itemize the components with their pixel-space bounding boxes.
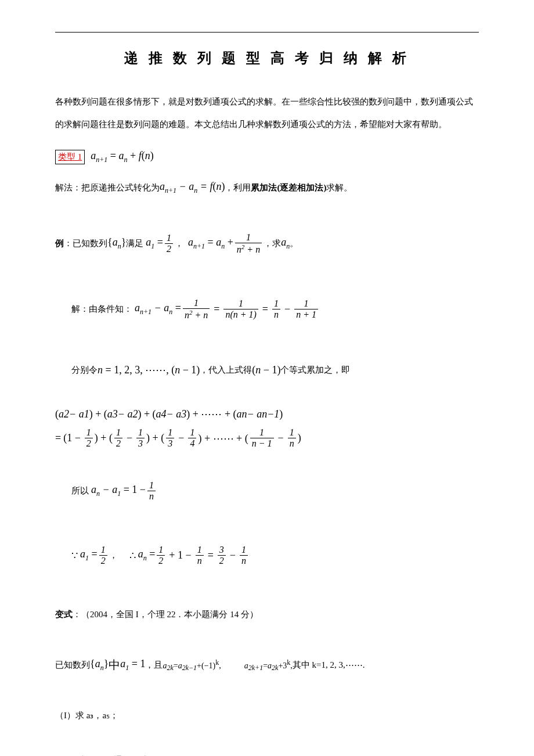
question-1: （I）求 a₃，a₅； bbox=[55, 710, 479, 721]
example-rec-frac: 1 n2 + n bbox=[235, 232, 262, 255]
method-line: 解法：把原递推公式转化为 an+1 − an = f(n) ，利用 累加法(逐差… bbox=[55, 181, 479, 195]
variant-citation: ：（2004，全国 I，个理 22．本小题满分 14 分） bbox=[73, 609, 258, 620]
vp-mid: 中 bbox=[109, 657, 120, 673]
method-tail: 求解。 bbox=[326, 182, 352, 193]
solution-f2: 1 n(n + 1) bbox=[223, 298, 258, 320]
example-a1: a1 = bbox=[146, 236, 163, 251]
solution-eq1: = bbox=[214, 303, 219, 315]
document-page: 递 推 数 列 题 型 高 考 归 纳 解 析 各种数列问题在很多情形下，就是对… bbox=[0, 0, 534, 756]
intro-paragraph: 各种数列问题在很多情形下，就是对数列通项公式的求解。在一些综合性比较强的数列问题… bbox=[55, 91, 479, 136]
vp-prefix: 已知数列 bbox=[55, 660, 90, 671]
final-comma: ， bbox=[109, 550, 118, 561]
sum-result-line: 所以 an − a1 = 1 − 1 n bbox=[55, 480, 479, 502]
example-prefix: ：已知数列 bbox=[64, 238, 107, 249]
variant-label: 变式 bbox=[55, 609, 73, 620]
example-seq: {an} bbox=[107, 236, 126, 251]
example-tail: ，求 bbox=[264, 238, 281, 249]
page-title: 递 推 数 列 题 型 高 考 归 纳 解 析 bbox=[55, 49, 479, 67]
solution-prefix: 解：由条件知： bbox=[71, 304, 132, 315]
final-a1: a1 = bbox=[80, 548, 98, 563]
example-a1-frac: 1 2 bbox=[165, 233, 173, 254]
example-comma1: ， bbox=[175, 238, 183, 249]
type-1-formula: an+1 = an + f(n) bbox=[91, 150, 153, 164]
vp-seq: {an} bbox=[90, 658, 109, 672]
top-rule bbox=[55, 32, 479, 33]
method-formula: an+1 − an = f(n) bbox=[160, 181, 225, 195]
method-suffix: ，利用 bbox=[225, 182, 251, 193]
solution-f1: 1 n2 + n bbox=[183, 298, 210, 321]
method-prefix: 解法：把原递推公式转化为 bbox=[55, 182, 160, 193]
sum-frac: 1 n bbox=[147, 480, 156, 502]
solution-f3a: 1 n bbox=[272, 298, 280, 320]
solution-eq2: = bbox=[262, 303, 268, 315]
example-rec: an+1 = an + bbox=[188, 236, 233, 251]
sub-range: n = 1, 2, 3, ⋯⋯, (n − 1) bbox=[98, 363, 200, 376]
type-1-row: 类型 1 an+1 = an + f(n) bbox=[55, 150, 479, 164]
vp-cond2: a2k+1=a2k+3k, bbox=[244, 658, 293, 672]
vp-tail: 其中 k=1, 2, 3,⋯⋯. bbox=[293, 660, 365, 671]
expansion-line1: (a2 − a1) + (a3 − a2) + (a4 − a3) + ⋯⋯ +… bbox=[55, 408, 479, 420]
method-bold: 累加法(逐差相加法) bbox=[251, 182, 326, 193]
sub-tail: 个等式累加之，即 bbox=[280, 365, 350, 376]
sum-prefix: 所以 bbox=[71, 485, 89, 496]
because-icon: ∵ bbox=[71, 549, 78, 562]
example-mid: 满足 bbox=[126, 238, 143, 249]
solution-minus: − bbox=[284, 303, 290, 315]
sum-lhs: an − a1 = 1 − bbox=[91, 484, 146, 498]
sub-mid: ，代入上式得 bbox=[200, 365, 252, 376]
solution-cond-line: 解：由条件知： an+1 − an = 1 n2 + n = 1 n(n + 1… bbox=[55, 298, 479, 321]
therefore-icon: ∴ bbox=[129, 549, 136, 562]
example-line: 例 ：已知数列 {an} 满足 a1 = 1 2 ， an+1 = an + 1… bbox=[55, 232, 479, 255]
solution-f3b: 1 n + 1 bbox=[294, 298, 318, 320]
vp-cond1-pre: ，且 bbox=[145, 660, 163, 671]
final-line: ∵ a1 = 12 ， ∴ an = 12 + 1 − 1n = 32 − 1n bbox=[55, 545, 479, 566]
variant-header: 变式 ：（2004，全国 I，个理 22．本小题满分 14 分） bbox=[55, 609, 479, 620]
solution-lhs: an+1 − an = bbox=[135, 302, 181, 316]
vp-cond1: a2k=a2k−1+(−1)k, bbox=[163, 658, 221, 672]
vp-a1: a1 = 1 bbox=[120, 658, 145, 672]
expansion-line2: = (1 − 12 ) + ( 12 − 13 ) + ( 13 − 14 ) … bbox=[55, 427, 479, 449]
type-1-label: 类型 1 bbox=[55, 150, 85, 164]
sub-prefix: 分别令 bbox=[71, 365, 98, 376]
substitute-line: 分别令 n = 1, 2, 3, ⋯⋯, (n − 1) ，代入上式得 (n −… bbox=[55, 363, 479, 376]
example-label: 例 bbox=[55, 238, 64, 249]
sub-count: (n − 1) bbox=[252, 364, 280, 376]
exp-eq: = bbox=[55, 432, 61, 444]
variant-problem-line: 已知数列 {an} 中 a1 = 1 ，且 a2k=a2k−1+(−1)k, a… bbox=[55, 657, 479, 673]
example-an: an bbox=[281, 236, 290, 251]
example-dot: 。 bbox=[290, 238, 298, 249]
final-an: an = bbox=[138, 548, 156, 563]
